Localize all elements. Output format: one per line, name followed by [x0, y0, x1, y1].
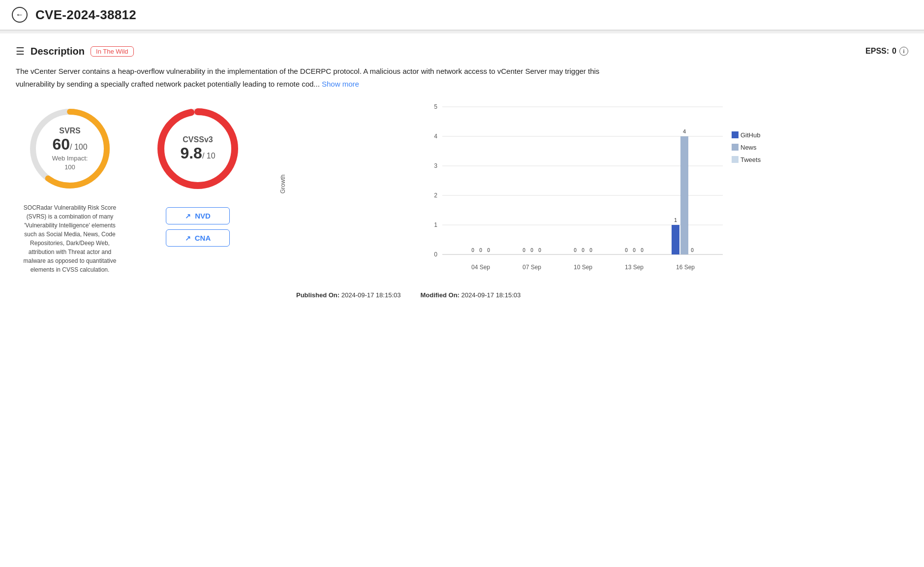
section-header-left: ☰ Description In The Wild — [16, 45, 134, 57]
section-title: Description — [31, 46, 85, 57]
svg-text:0: 0 — [633, 248, 636, 253]
svrs-gauge: SVRS 60/ 100 Web Impact: 100 — [23, 102, 117, 195]
description-text: The vCenter Server contains a heap-overf… — [16, 65, 606, 90]
modified-container: Modified On: 2024-09-17 18:15:03 — [420, 291, 521, 299]
svg-text:07 Sep: 07 Sep — [523, 264, 541, 271]
bar-github-16sep — [672, 225, 679, 254]
epss-value: 0 — [892, 47, 896, 56]
svg-text:3: 3 — [434, 162, 437, 169]
svg-text:0: 0 — [530, 248, 533, 253]
back-button[interactable]: ← — [12, 7, 28, 23]
metrics-row: SVRS 60/ 100 Web Impact: 100 SOCRadar Vu… — [16, 102, 908, 299]
cvss-buttons: ↗ NVD ↗ CNA — [166, 207, 230, 247]
svg-text:Tweets: Tweets — [740, 156, 761, 163]
svg-text:0: 0 — [574, 248, 577, 253]
cvss-gauge: CVSSv3 9.8/ 10 — [151, 102, 245, 195]
epss-info-icon[interactable]: i — [899, 47, 908, 56]
svrs-web-impact: Web Impact: 100 — [52, 155, 88, 171]
chart-section: Growth 0 1 2 — [272, 102, 908, 299]
published-value: 2024-09-17 18:15:03 — [341, 291, 401, 299]
published-container: Published On: 2024-09-17 18:15:03 — [296, 291, 400, 299]
main-content: ☰ Description In The Wild EPSS: 0 i The … — [0, 33, 924, 311]
svrs-label: SVRS — [47, 126, 93, 135]
cvss-section: CVSSv3 9.8/ 10 ↗ NVD ↗ CNA — [144, 102, 252, 247]
page-title: CVE-2024-38812 — [35, 7, 136, 23]
svg-text:2: 2 — [434, 192, 437, 199]
show-more-link[interactable]: Show more — [322, 80, 359, 88]
epss-label-text: EPSS: — [865, 47, 889, 56]
svg-text:1: 1 — [434, 221, 437, 228]
wild-badge: In The Wild — [91, 46, 134, 57]
svrs-denom: / 100 — [70, 143, 88, 151]
nvd-label: NVD — [195, 212, 211, 220]
epss-container: EPSS: 0 i — [865, 47, 908, 56]
svg-text:10 Sep: 10 Sep — [574, 264, 592, 271]
cvss-center: CVSSv3 9.8/ 10 — [180, 135, 215, 162]
svrs-center: SVRS 60/ 100 Web Impact: 100 — [47, 126, 93, 171]
bar-news-16sep — [680, 136, 688, 254]
svg-text:News: News — [740, 144, 757, 151]
svrs-value: 60/ 100 — [52, 135, 87, 153]
cna-button[interactable]: ↗ CNA — [166, 229, 230, 247]
section-header: ☰ Description In The Wild EPSS: 0 i — [16, 45, 908, 57]
cvss-value: 9.8/ 10 — [180, 144, 215, 162]
published-label: Published On: — [296, 291, 339, 299]
svg-text:0: 0 — [523, 248, 525, 253]
svg-rect-39 — [732, 144, 739, 151]
svg-text:0: 0 — [471, 248, 474, 253]
svg-text:13 Sep: 13 Sep — [625, 264, 644, 271]
svg-text:0: 0 — [641, 248, 644, 253]
chart-svg: 0 1 2 3 4 5 0 0 0 0 0 0 — [272, 102, 908, 279]
svg-text:0: 0 — [589, 248, 592, 253]
svg-text:1: 1 — [674, 217, 677, 223]
svg-text:0: 0 — [582, 248, 585, 253]
description-body: The vCenter Server contains a heap-overf… — [16, 67, 599, 88]
top-bar: ← CVE-2024-38812 — [0, 0, 924, 31]
published-row: Published On: 2024-09-17 18:15:03 Modifi… — [296, 291, 521, 299]
chart-wrapper: Growth 0 1 2 — [272, 102, 908, 299]
svg-text:4: 4 — [434, 133, 437, 140]
modified-value: 2024-09-17 18:15:03 — [462, 291, 521, 299]
svg-text:0: 0 — [691, 248, 694, 253]
cna-ext-icon: ↗ — [185, 234, 191, 242]
svg-rect-41 — [732, 156, 739, 163]
cvss-denom: / 10 — [202, 152, 216, 160]
svg-text:0: 0 — [538, 248, 541, 253]
svg-text:0: 0 — [625, 248, 628, 253]
nvd-button[interactable]: ↗ NVD — [166, 207, 230, 224]
svg-text:0: 0 — [479, 248, 482, 253]
svg-text:0: 0 — [487, 248, 490, 253]
svg-rect-37 — [732, 131, 739, 138]
modified-label: Modified On: — [420, 291, 459, 299]
description-icon: ☰ — [16, 45, 25, 57]
svrs-description: SOCRadar Vulnerability Risk Score (SVRS)… — [21, 203, 119, 274]
svg-text:4: 4 — [683, 128, 686, 134]
cna-label: CNA — [195, 234, 211, 242]
nvd-ext-icon: ↗ — [185, 212, 191, 220]
svg-text:16 Sep: 16 Sep — [676, 264, 695, 271]
svg-text:0: 0 — [434, 251, 437, 258]
svrs-section: SVRS 60/ 100 Web Impact: 100 SOCRadar Vu… — [16, 102, 124, 274]
svg-text:04 Sep: 04 Sep — [471, 264, 490, 271]
svg-text:5: 5 — [434, 103, 437, 110]
svg-text:GitHub: GitHub — [740, 131, 760, 139]
cvss-label: CVSSv3 — [180, 135, 215, 144]
